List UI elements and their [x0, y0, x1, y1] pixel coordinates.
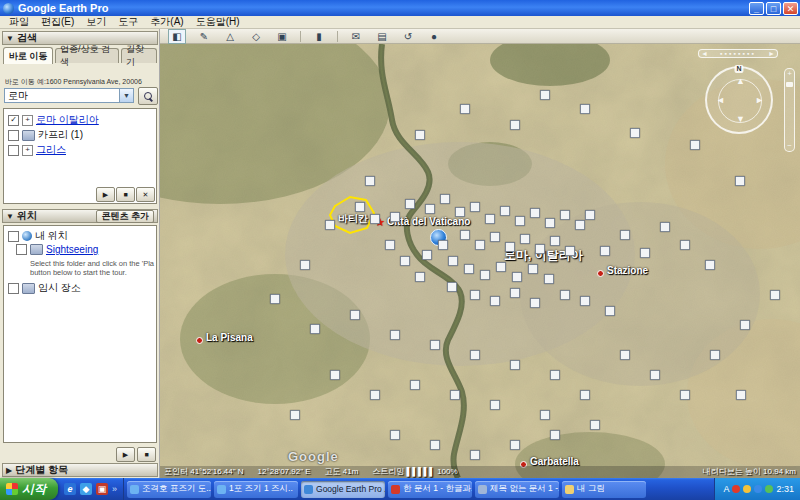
- photo-placemark-icon[interactable]: [535, 244, 545, 254]
- taskbar-item[interactable]: 한 문서 1 - 한글과..: [388, 481, 472, 498]
- photo-placemark-icon[interactable]: [510, 360, 520, 370]
- sightseeing-label[interactable]: Sightseeing: [46, 244, 98, 255]
- photo-placemark-icon[interactable]: [480, 270, 490, 280]
- photo-placemark-icon[interactable]: [438, 240, 448, 250]
- zoom-slider[interactable]: + −: [784, 68, 795, 152]
- places-checkbox[interactable]: [8, 231, 19, 242]
- places-play-button[interactable]: ▶: [116, 447, 135, 462]
- photo-placemark-icon[interactable]: [390, 430, 400, 440]
- search-button[interactable]: [138, 87, 158, 105]
- photo-placemark-icon[interactable]: [460, 230, 470, 240]
- add-placemark-icon[interactable]: ✎: [196, 30, 212, 43]
- pan-down-icon[interactable]: ▼: [736, 114, 745, 124]
- result-checkbox[interactable]: [8, 130, 19, 141]
- photo-placemark-icon[interactable]: [740, 320, 750, 330]
- photo-placemark-icon[interactable]: [640, 248, 650, 258]
- photo-placemark-icon[interactable]: [385, 240, 395, 250]
- photo-placemark-icon[interactable]: [370, 214, 380, 224]
- photo-placemark-icon[interactable]: [470, 350, 480, 360]
- photo-placemark-icon[interactable]: [560, 290, 570, 300]
- photo-placemark-icon[interactable]: [500, 206, 510, 216]
- photo-placemark-icon[interactable]: [422, 250, 432, 260]
- play-tour-button[interactable]: ▶: [96, 187, 115, 202]
- pan-right-icon[interactable]: ►: [755, 95, 764, 105]
- photo-placemark-icon[interactable]: [450, 390, 460, 400]
- my-places-label[interactable]: 내 위치: [35, 229, 68, 243]
- photo-placemark-icon[interactable]: [735, 176, 745, 186]
- photo-placemark-icon[interactable]: [410, 380, 420, 390]
- placemark-dot-icon[interactable]: [196, 337, 203, 344]
- search-result-row[interactable]: + 그리스: [8, 143, 66, 157]
- photo-placemark-icon[interactable]: [440, 194, 450, 204]
- tilt-left-icon[interactable]: ◄: [701, 50, 708, 57]
- photo-placemark-icon[interactable]: [550, 370, 560, 380]
- photo-placemark-icon[interactable]: [430, 440, 440, 450]
- maximize-button[interactable]: □: [766, 2, 781, 15]
- photo-placemark-icon[interactable]: [290, 410, 300, 420]
- photo-placemark-icon[interactable]: [490, 296, 500, 306]
- placemark-dot-icon[interactable]: [597, 270, 604, 277]
- result-checkbox[interactable]: [8, 115, 19, 126]
- ie-quicklaunch-icon[interactable]: e: [64, 483, 76, 495]
- photo-placemark-icon[interactable]: [505, 242, 515, 252]
- start-button[interactable]: 시작: [0, 478, 58, 500]
- photo-placemark-icon[interactable]: [550, 236, 560, 246]
- photo-placemark-icon[interactable]: [575, 220, 585, 230]
- tray-icon[interactable]: [732, 485, 740, 493]
- photo-placemark-icon[interactable]: [430, 340, 440, 350]
- photo-placemark-icon[interactable]: [528, 264, 538, 274]
- ime-indicator[interactable]: A: [723, 484, 729, 494]
- photo-placemark-icon[interactable]: [680, 240, 690, 250]
- places-panel-header[interactable]: ▼ 위치 콘텐츠 추가: [2, 209, 158, 223]
- photo-placemark-icon[interactable]: [580, 390, 590, 400]
- photo-placemark-icon[interactable]: [540, 90, 550, 100]
- clear-results-button[interactable]: ✕: [136, 187, 155, 202]
- print-icon[interactable]: ▤: [374, 30, 390, 43]
- photo-placemark-icon[interactable]: [540, 410, 550, 420]
- photo-placemark-icon[interactable]: [690, 140, 700, 150]
- photo-placemark-icon[interactable]: [330, 370, 340, 380]
- photo-placemark-icon[interactable]: [365, 176, 375, 186]
- tray-icon[interactable]: [754, 485, 762, 493]
- photo-placemark-icon[interactable]: [600, 246, 610, 256]
- add-image-overlay-icon[interactable]: ▣: [274, 30, 290, 43]
- messenger-quicklaunch-icon[interactable]: ◆: [80, 483, 92, 495]
- photo-placemark-icon[interactable]: [710, 350, 720, 360]
- photo-placemark-icon[interactable]: [390, 330, 400, 340]
- my-places-row[interactable]: 내 위치: [8, 229, 68, 243]
- photo-placemark-icon[interactable]: [490, 232, 500, 242]
- tab-fly-to[interactable]: 바로 이동: [3, 47, 53, 64]
- photo-placemark-icon[interactable]: [770, 290, 780, 300]
- tilt-slider[interactable]: ◄ ▪▪▪▪▪▪▪▪ ►: [698, 49, 778, 58]
- menu-edit[interactable]: 편집(E): [36, 15, 79, 29]
- photo-placemark-icon[interactable]: [325, 220, 335, 230]
- view-in-maps-icon[interactable]: ↺: [400, 30, 416, 43]
- search-result-row[interactable]: 카프리 (1): [8, 128, 83, 142]
- photo-placemark-icon[interactable]: [510, 120, 520, 130]
- photo-placemark-icon[interactable]: [585, 210, 595, 220]
- sky-icon[interactable]: ●: [426, 30, 442, 43]
- photo-placemark-icon[interactable]: [415, 130, 425, 140]
- search-result-row[interactable]: + 로마 이탈리아: [8, 113, 99, 127]
- photo-placemark-icon[interactable]: [545, 218, 555, 228]
- photo-placemark-icon[interactable]: [400, 256, 410, 266]
- tilt-right-icon[interactable]: ►: [768, 50, 775, 57]
- photo-placemark-icon[interactable]: [470, 202, 480, 212]
- photo-placemark-icon[interactable]: [460, 104, 470, 114]
- photo-placemark-icon[interactable]: [425, 204, 435, 214]
- email-icon[interactable]: ✉: [348, 30, 364, 43]
- photo-placemark-icon[interactable]: [544, 274, 554, 284]
- photo-placemark-icon[interactable]: [300, 260, 310, 270]
- ruler-icon[interactable]: ▮: [311, 30, 327, 43]
- photo-placemark-icon[interactable]: [630, 128, 640, 138]
- tab-directions[interactable]: 길찾기: [121, 48, 157, 63]
- menu-add[interactable]: 추가(A): [145, 15, 188, 29]
- menu-file[interactable]: 파일: [4, 15, 34, 29]
- photo-placemark-icon[interactable]: [620, 230, 630, 240]
- photo-placemark-icon[interactable]: [650, 370, 660, 380]
- result-label[interactable]: 그리스: [36, 143, 66, 157]
- photo-placemark-icon[interactable]: [510, 440, 520, 450]
- map-viewport[interactable]: 바티칸 ★ Città del Vaticano 로마, 이탈리아 Stazio…: [160, 44, 800, 478]
- tray-icon[interactable]: [765, 485, 773, 493]
- result-label[interactable]: 로마 이탈리아: [36, 113, 99, 127]
